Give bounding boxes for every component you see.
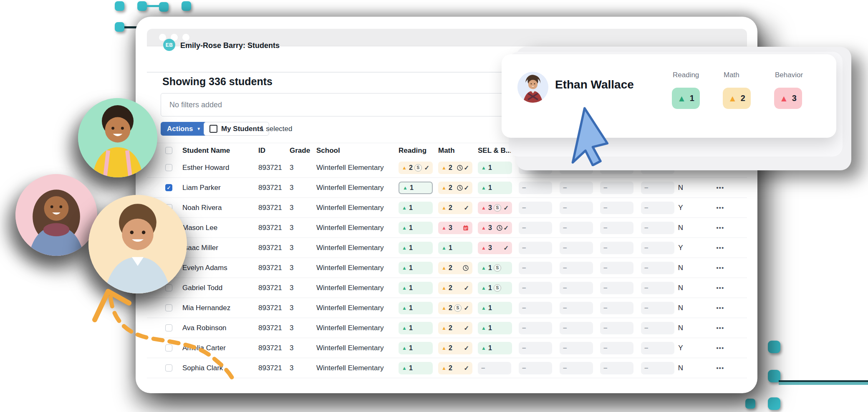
score-pill[interactable]: ▲1 — [399, 362, 433, 374]
score-pill-empty[interactable]: – — [560, 242, 593, 254]
score-pill[interactable]: ▲1 — [399, 242, 433, 254]
score-pill-empty[interactable]: – — [641, 182, 674, 194]
score-pill[interactable]: ▲1 — [399, 322, 433, 334]
score-pill[interactable]: ▲2✓ — [438, 282, 472, 294]
score-pill-empty[interactable]: – — [600, 362, 633, 374]
score-pill[interactable]: ▲1S — [478, 262, 512, 274]
score-pill-empty[interactable]: – — [560, 182, 593, 194]
score-pill-empty[interactable]: – — [519, 202, 552, 214]
score-pill-empty[interactable]: – — [600, 202, 633, 214]
score-pill-empty[interactable]: – — [641, 362, 674, 374]
score-pill[interactable]: ▲1 — [399, 342, 433, 354]
score-pill-empty[interactable]: – — [600, 182, 633, 194]
score-pill[interactable]: ▲2✓ — [438, 162, 472, 174]
score-pill[interactable]: ▲1 — [438, 242, 472, 254]
score-pill[interactable]: ▲2S✓ — [438, 302, 472, 314]
student-name[interactable]: Isaac Miller — [182, 238, 218, 258]
score-pill-empty[interactable]: – — [560, 202, 593, 214]
score-pill-empty[interactable]: – — [560, 322, 593, 334]
row-menu-button[interactable]: ••• — [716, 345, 724, 351]
score-pill-empty[interactable]: – — [600, 282, 633, 294]
score-pill[interactable]: ▲2✓ — [438, 322, 472, 334]
score-pill[interactable]: ▲1 — [478, 342, 512, 354]
score-pill-empty[interactable]: – — [641, 242, 674, 254]
score-pill-empty[interactable]: – — [641, 322, 674, 334]
score-pill[interactable]: ▲1S — [478, 282, 512, 294]
score-pill-empty[interactable]: – — [641, 222, 674, 234]
row-menu-button[interactable]: ••• — [716, 185, 724, 191]
score-pill[interactable]: ▲1 — [478, 322, 512, 334]
score-pill-empty[interactable]: – — [560, 262, 593, 274]
window-control-icon[interactable] — [182, 34, 189, 41]
score-pill-empty[interactable]: – — [519, 282, 552, 294]
score-pill-empty[interactable]: – — [519, 362, 552, 374]
table-row[interactable]: Noah Rivera8937213Winterfell Elementary▲… — [147, 198, 747, 218]
score-pill-empty[interactable]: – — [560, 342, 593, 354]
score-pill-empty[interactable]: – — [600, 322, 633, 334]
score-pill-empty[interactable]: – — [641, 282, 674, 294]
score-pill-empty[interactable]: – — [478, 362, 511, 374]
row-menu-button[interactable]: ••• — [716, 365, 724, 372]
checkbox-icon[interactable] — [209, 125, 217, 133]
score-pill[interactable]: ▲2S✓ — [399, 162, 433, 174]
score-pill-empty[interactable]: – — [560, 362, 593, 374]
row-menu-button[interactable]: ••• — [716, 285, 724, 291]
score-pill[interactable]: ▲1 — [478, 182, 512, 194]
user-avatar[interactable]: EB — [163, 39, 175, 51]
score-pill[interactable]: ▲3S✓ — [478, 202, 512, 214]
score-pill[interactable]: ▲1 — [399, 282, 433, 294]
score-pill[interactable]: ▲1 — [399, 302, 433, 314]
actions-button[interactable]: Actions ▼ — [161, 122, 207, 136]
score-pill[interactable]: ▲1 — [399, 202, 433, 214]
score-pill-empty[interactable]: – — [600, 342, 633, 354]
score-pill-empty[interactable]: – — [600, 222, 633, 234]
score-pill[interactable]: ▲2✓ — [438, 202, 472, 214]
score-pill-empty[interactable]: – — [519, 342, 552, 354]
score-pill[interactable]: ▲2✓ — [438, 362, 472, 374]
score-pill-empty[interactable]: – — [600, 302, 633, 314]
score-pill-empty[interactable]: – — [641, 342, 674, 354]
score-pill[interactable]: ▲1 — [399, 182, 433, 194]
student-name[interactable]: Noah Rivera — [182, 198, 222, 217]
row-checkbox[interactable] — [165, 164, 172, 171]
score-pill-empty[interactable]: – — [560, 302, 593, 314]
student-name[interactable]: Liam Parker — [182, 178, 221, 197]
my-students-toggle[interactable]: My Students — [204, 122, 269, 136]
score-pill-empty[interactable]: – — [519, 222, 552, 234]
score-pill-empty[interactable]: – — [519, 242, 552, 254]
score-pill-empty[interactable]: – — [600, 262, 633, 274]
score-pill[interactable]: ▲3 — [438, 222, 472, 234]
score-pill[interactable]: ▲2 — [438, 262, 472, 274]
score-pill[interactable]: ▲3✓ — [478, 222, 512, 234]
score-pill-empty[interactable]: – — [641, 202, 674, 214]
table-row[interactable]: Isaac Miller8937213Winterfell Elementary… — [147, 238, 747, 258]
row-menu-button[interactable]: ••• — [716, 225, 724, 231]
student-name[interactable]: Esther Howard — [182, 158, 229, 177]
score-pill[interactable]: ▲1 — [478, 162, 512, 174]
row-menu-button[interactable]: ••• — [716, 245, 724, 251]
score-pill[interactable]: ▲2✓ — [438, 342, 472, 354]
score-pill-empty[interactable]: – — [560, 222, 593, 234]
select-all-checkbox[interactable] — [165, 147, 172, 154]
row-menu-button[interactable]: ••• — [716, 265, 724, 271]
table-row[interactable]: Mason Lee8937213Winterfell Elementary▲1▲… — [147, 218, 747, 238]
table-row[interactable]: ✓Liam Parker8937213Winterfell Elementary… — [147, 178, 747, 198]
score-pill-empty[interactable]: – — [641, 302, 674, 314]
score-pill[interactable]: ▲2✓ — [438, 182, 472, 194]
score-pill-empty[interactable]: – — [519, 262, 552, 274]
score-pill-empty[interactable]: – — [519, 182, 552, 194]
score-pill[interactable]: ▲1 — [399, 222, 433, 234]
student-name[interactable]: Mason Lee — [182, 218, 217, 238]
score-pill[interactable]: ▲1 — [478, 302, 512, 314]
row-menu-button[interactable]: ••• — [716, 205, 724, 211]
score-pill-empty[interactable]: – — [600, 242, 633, 254]
score-pill[interactable]: ▲3✓ — [478, 242, 512, 254]
row-menu-button[interactable]: ••• — [716, 325, 724, 331]
score-pill-empty[interactable]: – — [641, 262, 674, 274]
score-pill[interactable]: ▲1 — [399, 262, 433, 274]
row-checkbox[interactable]: ✓ — [165, 184, 172, 191]
score-pill-empty[interactable]: – — [519, 322, 552, 334]
score-pill-empty[interactable]: – — [560, 282, 593, 294]
row-menu-button[interactable]: ••• — [716, 305, 724, 311]
score-pill-empty[interactable]: – — [519, 302, 552, 314]
